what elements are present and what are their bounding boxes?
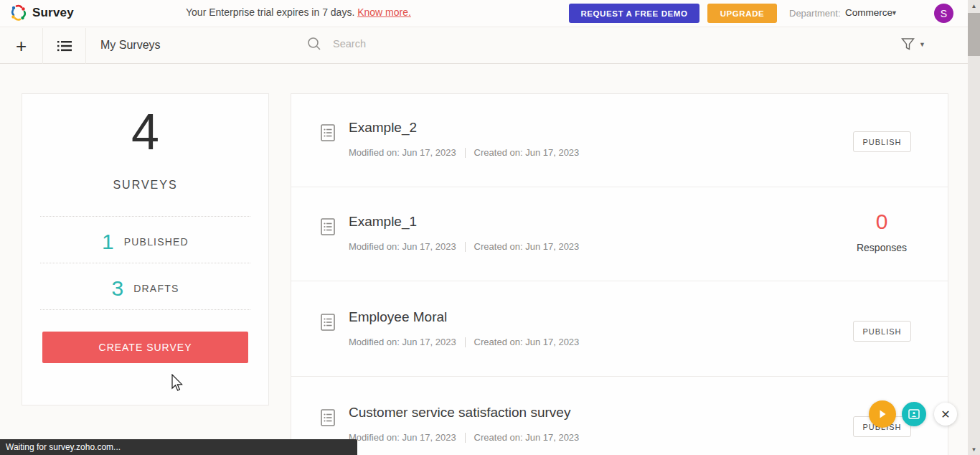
created-date: Created on: Jun 17, 2023 xyxy=(474,241,580,252)
create-new-button[interactable]: + xyxy=(0,28,43,64)
survey-row[interactable]: Example_1 Modified on: Jun 17, 2023 Crea… xyxy=(291,188,948,281)
survey-meta: Modified on: Jun 17, 2023 Created on: Ju… xyxy=(349,337,579,347)
search-bar xyxy=(307,37,548,51)
filter-funnel-icon xyxy=(901,37,915,51)
responses-count: 0 xyxy=(839,210,925,233)
survey-title[interactable]: Customer service satisfaction survey xyxy=(349,405,570,421)
zoho-survey-logo-icon xyxy=(9,3,28,22)
divider xyxy=(40,216,250,217)
divider xyxy=(465,242,466,252)
create-survey-button[interactable]: CREATE SURVEY xyxy=(42,332,248,363)
divider xyxy=(40,309,250,310)
drafts-label: DRAFTS xyxy=(133,283,179,294)
top-header: Survey Your Enterprise trial expires in … xyxy=(0,0,968,27)
responses-label: Responses xyxy=(839,242,925,253)
image-icon xyxy=(908,409,920,419)
list-view-button[interactable] xyxy=(43,28,86,64)
survey-title[interactable]: Employee Moral xyxy=(349,309,447,325)
created-date: Created on: Jun 17, 2023 xyxy=(474,147,580,158)
survey-meta: Modified on: Jun 17, 2023 Created on: Ju… xyxy=(349,432,579,443)
responses-stat[interactable]: 0 Responses xyxy=(839,210,925,253)
know-more-link[interactable]: Know more. xyxy=(357,6,411,18)
zoho-survey-logo[interactable]: Survey xyxy=(9,3,74,22)
trial-notice: Your Enterprise trial expires in 7 days.… xyxy=(186,6,411,18)
upgrade-button[interactable]: UPGRADE xyxy=(707,4,777,23)
created-date: Created on: Jun 17, 2023 xyxy=(474,432,580,443)
survey-row[interactable]: Employee Moral Modified on: Jun 17, 2023… xyxy=(291,283,948,377)
scroll-up-arrow-icon[interactable]: ▲ xyxy=(968,0,980,11)
logo-text: Survey xyxy=(32,6,74,20)
divider xyxy=(465,433,466,443)
chevron-down-icon[interactable]: ▼ xyxy=(891,9,897,17)
sub-toolbar: + My Surveys ▼ xyxy=(0,28,968,64)
published-count: 1 xyxy=(102,230,114,254)
divider xyxy=(40,263,250,263)
survey-title[interactable]: Example_2 xyxy=(349,120,417,136)
drafts-stat[interactable]: 3 DRAFTS xyxy=(22,268,268,309)
close-icon: ✕ xyxy=(941,408,950,421)
search-input[interactable] xyxy=(333,38,548,50)
total-surveys-label: SURVEYS xyxy=(22,179,268,192)
scrollbar-thumb[interactable] xyxy=(968,13,980,56)
survey-stats-card: 4 SURVEYS 1 PUBLISHED 3 DRAFTS CREATE SU… xyxy=(22,93,269,405)
list-view-icon xyxy=(57,40,72,52)
page-title: My Surveys xyxy=(100,39,161,52)
close-fab-button[interactable]: ✕ xyxy=(934,403,957,426)
survey-document-icon xyxy=(321,409,335,426)
modified-date: Modified on: Jun 17, 2023 xyxy=(349,432,456,443)
divider xyxy=(465,337,466,347)
search-icon[interactable] xyxy=(307,37,321,51)
media-gallery-button[interactable] xyxy=(902,402,926,426)
created-date: Created on: Jun 17, 2023 xyxy=(474,337,580,347)
modified-date: Modified on: Jun 17, 2023 xyxy=(349,147,456,158)
survey-document-icon xyxy=(321,124,335,141)
play-tour-button[interactable] xyxy=(869,400,896,428)
modified-date: Modified on: Jun 17, 2023 xyxy=(349,337,456,347)
published-label: PUBLISHED xyxy=(124,236,189,248)
total-surveys-count: 4 xyxy=(22,107,268,157)
published-stat[interactable]: 1 PUBLISHED xyxy=(22,222,268,262)
browser-status-bar: Waiting for survey.zoho.com... xyxy=(0,439,357,455)
avatar[interactable]: S xyxy=(934,4,953,23)
play-icon xyxy=(877,409,887,419)
plus-icon: + xyxy=(16,35,27,57)
survey-meta: Modified on: Jun 17, 2023 Created on: Ju… xyxy=(349,147,579,158)
publish-button[interactable]: PUBLISH xyxy=(853,131,911,152)
survey-row[interactable]: Example_2 Modified on: Jun 17, 2023 Crea… xyxy=(291,94,948,187)
survey-list: Example_2 Modified on: Jun 17, 2023 Crea… xyxy=(291,93,948,455)
department-label: Department: xyxy=(789,8,841,19)
survey-document-icon xyxy=(321,218,335,235)
modified-date: Modified on: Jun 17, 2023 xyxy=(349,241,456,252)
survey-title[interactable]: Example_1 xyxy=(349,214,417,230)
survey-meta: Modified on: Jun 17, 2023 Created on: Ju… xyxy=(349,241,579,252)
survey-row[interactable]: Customer service satisfaction survey Mod… xyxy=(291,379,948,455)
vertical-scrollbar[interactable]: ▲ ▼ xyxy=(968,0,980,455)
survey-document-icon xyxy=(321,314,335,331)
drafts-count: 3 xyxy=(112,276,124,301)
trial-notice-text: Your Enterprise trial expires in 7 days. xyxy=(186,6,357,18)
department-select[interactable]: Commerce xyxy=(845,7,892,18)
chevron-down-icon: ▼ xyxy=(919,41,925,48)
request-demo-button[interactable]: REQUEST A FREE DEMO xyxy=(569,4,699,23)
scroll-down-arrow-icon[interactable]: ▼ xyxy=(968,444,980,455)
publish-button[interactable]: PUBLISH xyxy=(853,321,911,342)
divider xyxy=(465,148,466,158)
app-window: Survey Your Enterprise trial expires in … xyxy=(0,0,980,455)
filter-button[interactable]: ▼ xyxy=(901,37,925,51)
